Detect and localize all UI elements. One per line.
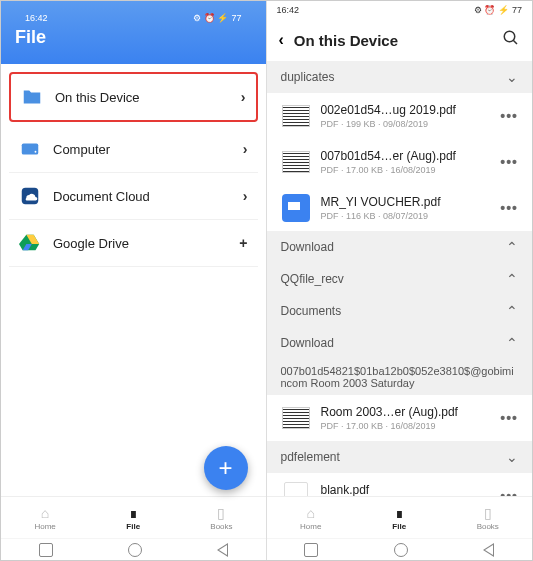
back-button[interactable] xyxy=(217,543,228,557)
file-row[interactable]: MR_YI VOUCHER.pdfPDF · 116 KB · 08/07/20… xyxy=(267,185,533,231)
section-title: duplicates xyxy=(281,70,507,84)
svg-rect-0 xyxy=(22,144,39,155)
file-thumb xyxy=(281,193,311,223)
file-name: blank.pdf xyxy=(321,483,491,496)
section-header[interactable]: Download⌃ xyxy=(267,231,533,263)
recent-apps-button[interactable] xyxy=(304,543,318,557)
file-thumb xyxy=(281,101,311,131)
location-label: Computer xyxy=(53,142,231,157)
location-label: Google Drive xyxy=(53,236,227,251)
nav-home[interactable]: ⌂Home xyxy=(267,497,356,538)
svg-line-4 xyxy=(513,40,517,44)
file-name: 002e01d54…ug 2019.pdf xyxy=(321,103,491,117)
file-thumb xyxy=(281,403,311,433)
back-button[interactable] xyxy=(483,543,494,557)
section-header[interactable]: Documents⌃ xyxy=(267,295,533,327)
section-title: Download xyxy=(281,336,507,350)
more-icon[interactable]: ••• xyxy=(500,410,518,426)
more-icon[interactable]: ••• xyxy=(500,200,518,216)
file-icon: ∎ xyxy=(395,505,404,521)
more-icon[interactable]: ••• xyxy=(500,154,518,170)
location-action[interactable]: › xyxy=(243,141,248,157)
location-cloud[interactable]: Document Cloud› xyxy=(9,173,258,220)
location-action[interactable]: + xyxy=(239,235,247,251)
nav-file[interactable]: ∎File xyxy=(355,497,444,538)
folder-icon xyxy=(21,86,43,108)
more-icon[interactable]: ••• xyxy=(500,108,518,124)
screen-file-locations: 16:42 ⚙ ⏰ ⚡ 77 File On this Device›Compu… xyxy=(1,1,267,560)
chevron-down-icon: ⌄ xyxy=(506,449,518,465)
drive-icon xyxy=(19,232,41,254)
page-title: File xyxy=(15,27,252,48)
file-content: duplicates⌄002e01d54…ug 2019.pdfPDF · 19… xyxy=(267,61,533,496)
file-row[interactable]: 002e01d54…ug 2019.pdfPDF · 199 KB · 09/0… xyxy=(267,93,533,139)
bottom-nav: ⌂Home ∎File ▯Books xyxy=(267,496,533,538)
svg-point-3 xyxy=(504,31,515,42)
file-thumb xyxy=(281,481,311,496)
back-icon[interactable]: ‹ xyxy=(279,31,284,49)
location-label: Document Cloud xyxy=(53,189,231,204)
status-icons: ⚙ ⏰ ⚡ 77 xyxy=(193,13,241,23)
file-meta: PDF · 17.00 KB · 16/08/2019 xyxy=(321,165,491,175)
status-time: 16:42 xyxy=(25,13,48,23)
system-nav xyxy=(1,538,266,560)
file-thumb xyxy=(281,147,311,177)
file-name: Room 2003…er (Aug).pdf xyxy=(321,405,491,419)
page-title: On this Device xyxy=(294,32,492,49)
svg-point-1 xyxy=(35,151,37,153)
home-icon: ⌂ xyxy=(307,505,315,521)
nav-books[interactable]: ▯Books xyxy=(444,497,533,538)
section-title: Documents xyxy=(281,304,507,318)
home-icon: ⌂ xyxy=(41,505,49,521)
header: 16:42 ⚙ ⏰ ⚡ 77 File xyxy=(1,1,266,64)
file-row[interactable]: blank.pdfPDF · 4.91 KB · 11/07/2023••• xyxy=(267,473,533,496)
section-title: QQfile_recv xyxy=(281,272,507,286)
location-drive[interactable]: Google Drive+ xyxy=(9,220,258,267)
location-action[interactable]: › xyxy=(241,89,246,105)
system-nav xyxy=(267,538,533,560)
file-row[interactable]: Room 2003…er (Aug).pdfPDF · 17.00 KB · 1… xyxy=(267,395,533,441)
section-header[interactable]: QQfile_recv⌃ xyxy=(267,263,533,295)
bottom-nav: ⌂Home ∎File ▯Books xyxy=(1,496,266,538)
section-header[interactable]: pdfelement⌄ xyxy=(267,441,533,473)
status-time: 16:42 xyxy=(277,5,300,15)
section-title: pdfelement xyxy=(281,450,507,464)
home-button[interactable] xyxy=(128,543,142,557)
file-meta: PDF · 116 KB · 08/07/2019 xyxy=(321,211,491,221)
chevron-up-icon: ⌃ xyxy=(506,239,518,255)
file-name: 007b01d54…er (Aug).pdf xyxy=(321,149,491,163)
books-icon: ▯ xyxy=(217,505,225,521)
section-header[interactable]: Download⌃ xyxy=(267,327,533,359)
section-path: 007b01d54821$01ba12b0$052e3810$@gobiminc… xyxy=(267,359,533,395)
status-bar: 16:42 ⚙ ⏰ ⚡ 77 xyxy=(267,1,533,19)
file-row[interactable]: 007b01d54…er (Aug).pdfPDF · 17.00 KB · 1… xyxy=(267,139,533,185)
status-icons: ⚙ ⏰ ⚡ 77 xyxy=(474,5,522,15)
file-meta: PDF · 17.00 KB · 16/08/2019 xyxy=(321,421,491,431)
chevron-up-icon: ⌃ xyxy=(506,335,518,351)
location-action[interactable]: › xyxy=(243,188,248,204)
status-bar: 16:42 ⚙ ⏰ ⚡ 77 xyxy=(15,9,252,27)
chevron-up-icon: ⌃ xyxy=(506,303,518,319)
file-meta: PDF · 199 KB · 09/08/2019 xyxy=(321,119,491,129)
location-disk[interactable]: Computer› xyxy=(9,126,258,173)
chevron-down-icon: ⌄ xyxy=(506,69,518,85)
search-icon[interactable] xyxy=(502,29,520,51)
nav-books[interactable]: ▯Books xyxy=(177,497,265,538)
books-icon: ▯ xyxy=(484,505,492,521)
nav-home[interactable]: ⌂Home xyxy=(1,497,89,538)
locations-list: On this Device›Computer›Document Cloud›G… xyxy=(1,64,266,496)
file-name: MR_YI VOUCHER.pdf xyxy=(321,195,491,209)
home-button[interactable] xyxy=(394,543,408,557)
disk-icon xyxy=(19,138,41,160)
location-folder[interactable]: On this Device› xyxy=(9,72,258,122)
cloud-icon xyxy=(19,185,41,207)
chevron-up-icon: ⌃ xyxy=(506,271,518,287)
location-label: On this Device xyxy=(55,90,229,105)
add-fab[interactable]: + xyxy=(204,446,248,490)
nav-file[interactable]: ∎File xyxy=(89,497,177,538)
section-header[interactable]: duplicates⌄ xyxy=(267,61,533,93)
more-icon[interactable]: ••• xyxy=(500,488,518,496)
section-title: Download xyxy=(281,240,507,254)
recent-apps-button[interactable] xyxy=(39,543,53,557)
file-icon: ∎ xyxy=(129,505,138,521)
